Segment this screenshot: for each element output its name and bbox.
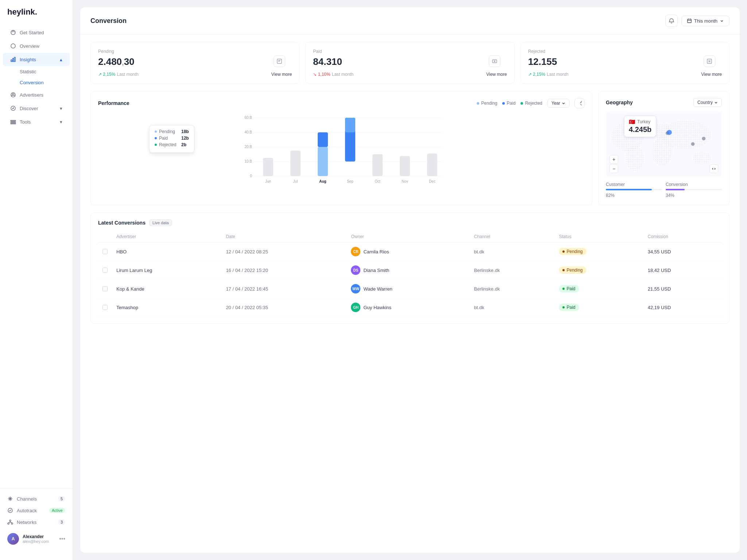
svg-rect-15 xyxy=(687,19,691,23)
legend-dot-rejected xyxy=(520,102,523,105)
sidebar: heylink. Get Started Overview Insights xyxy=(0,0,73,560)
paid-value: 84.310 xyxy=(313,56,507,67)
channels-icon xyxy=(7,496,13,502)
country-select[interactable]: Country xyxy=(693,98,722,107)
svg-rect-3 xyxy=(13,58,14,62)
status-badge: Paid xyxy=(559,285,579,292)
svg-rect-2 xyxy=(11,60,12,62)
chart-tooltip: Pending 18b Paid 12b Rejected xyxy=(149,125,194,153)
rejected-label: Rejected xyxy=(528,49,722,54)
overview-icon xyxy=(10,43,16,49)
paid-change: ↘ 1,10% Last month xyxy=(313,72,353,77)
svg-rect-37 xyxy=(400,156,410,176)
table-row: Kop & Kande 17 / 04 / 2022 16:45 WW Wade… xyxy=(98,280,722,298)
svg-text:Jun: Jun xyxy=(265,179,271,183)
row-commission: 42,19 USD xyxy=(643,298,722,317)
svg-rect-8 xyxy=(11,120,16,121)
checkbox[interactable] xyxy=(102,249,108,254)
rejected-stat-icon xyxy=(704,55,715,67)
customer-progress-fill xyxy=(606,189,652,190)
row-advertiser: HBO xyxy=(112,242,221,261)
col-owner: Owner xyxy=(347,231,469,242)
bar-chart-icon xyxy=(10,57,16,62)
paid-view-more[interactable]: View more xyxy=(486,72,507,77)
svg-text:10 B: 10 B xyxy=(244,159,252,163)
checkbox[interactable] xyxy=(102,286,108,291)
owner-avatar: GH xyxy=(351,303,360,312)
bottom-row: Performance Pending Paid xyxy=(90,91,729,205)
rejected-view-more[interactable]: View more xyxy=(701,72,722,77)
map-zoom-out-btn[interactable]: − xyxy=(609,164,618,173)
row-owner: CR Camila Rios xyxy=(347,242,469,261)
status-badge: Pending xyxy=(559,248,586,255)
map-zoom-in-btn[interactable]: + xyxy=(609,155,618,164)
content-card: Conversion This month xyxy=(80,7,740,553)
sidebar-item-networks[interactable]: Networks 3 xyxy=(3,516,70,528)
stat-card-paid: Paid 84.310 ↘ 1,10% Last month View more xyxy=(305,42,514,84)
svg-point-13 xyxy=(8,523,9,524)
user-profile[interactable]: A Alexander alex@hey.com ••• xyxy=(3,529,70,548)
bell-icon xyxy=(669,18,674,24)
checkbox[interactable] xyxy=(102,268,108,273)
map-tooltip: 🇹🇷 Turkey 4.245b xyxy=(624,116,656,137)
sidebar-item-discover[interactable]: Discover ▾ xyxy=(3,102,70,115)
compass-icon xyxy=(10,105,16,111)
user-menu-icon[interactable]: ••• xyxy=(59,536,65,542)
sidebar-item-advertisers[interactable]: Advertisers xyxy=(3,88,70,101)
row-checkbox xyxy=(98,261,112,280)
sidebar-item-channels[interactable]: Channels 5 xyxy=(3,493,70,505)
chart-refresh-btn[interactable] xyxy=(574,98,585,108)
pending-change: ↗ 2,15% Last month xyxy=(98,72,139,77)
user-circle-icon xyxy=(10,92,16,98)
col-date: Date xyxy=(221,231,347,242)
svg-rect-9 xyxy=(11,122,16,122)
map-code-btn[interactable] xyxy=(709,164,718,173)
geo-title: Geography xyxy=(606,100,633,105)
sidebar-bottom: Channels 5 Autotrack Active Networks 3 xyxy=(0,488,73,553)
date-filter-btn[interactable]: This month xyxy=(681,16,729,26)
sidebar-item-get-started[interactable]: Get Started xyxy=(3,26,70,39)
table-title: Latest Conversions xyxy=(98,220,146,226)
live-badge: Live data xyxy=(149,219,172,226)
nav-section: Get Started Overview Insights ▴ Statisti… xyxy=(0,26,73,488)
chart-title: Performance xyxy=(98,100,129,106)
customer-progress-bar xyxy=(606,189,662,190)
row-status: Pending xyxy=(554,242,643,261)
row-date: 16 / 04 / 2022 15:20 xyxy=(221,261,347,280)
svg-point-18 xyxy=(494,61,495,62)
svg-point-55 xyxy=(702,137,705,140)
svg-text:Dec: Dec xyxy=(429,179,436,183)
owner-avatar: CR xyxy=(351,247,360,256)
sidebar-item-conversion[interactable]: Conversion xyxy=(3,77,70,88)
owner-avatar: WW xyxy=(351,284,360,293)
col-commission: Comission xyxy=(643,231,722,242)
rejected-change: ↗ 2,15% Last month xyxy=(528,72,569,77)
svg-rect-32 xyxy=(318,147,328,176)
sidebar-item-autotrack[interactable]: Autotrack Active xyxy=(3,505,70,516)
svg-point-1 xyxy=(11,44,15,48)
legend-dot-pending xyxy=(477,102,479,105)
sidebar-item-statistic[interactable]: Statistic xyxy=(3,66,70,77)
conversions-table-section: Latest Conversions Live data Advertiser … xyxy=(90,213,729,324)
svg-text:0: 0 xyxy=(250,174,252,178)
pending-value: 2.480,30 xyxy=(98,56,292,67)
row-advertiser: Lirum Larum Leg xyxy=(112,261,221,280)
row-status: Pending xyxy=(554,261,643,280)
svg-point-54 xyxy=(691,142,695,146)
notification-icon-btn[interactable] xyxy=(665,15,678,27)
svg-rect-38 xyxy=(427,153,437,176)
chevron-down-icon xyxy=(720,19,724,23)
pending-view-more[interactable]: View more xyxy=(271,72,292,77)
sidebar-item-overview[interactable]: Overview xyxy=(3,39,70,52)
row-owner: GH Guy Hawkins xyxy=(347,298,469,317)
checkbox[interactable] xyxy=(102,305,108,310)
avatar: A xyxy=(7,533,19,545)
svg-text:40 B: 40 B xyxy=(244,130,252,134)
col-advertiser: Advertiser xyxy=(112,231,221,242)
sidebar-item-tools[interactable]: Tools ▾ xyxy=(3,115,70,128)
svg-rect-30 xyxy=(263,158,273,176)
year-select[interactable]: Year xyxy=(547,99,569,108)
geography-card: Geography Country xyxy=(598,91,729,205)
sidebar-item-insights[interactable]: Insights ▴ xyxy=(3,53,70,66)
row-checkbox xyxy=(98,280,112,298)
